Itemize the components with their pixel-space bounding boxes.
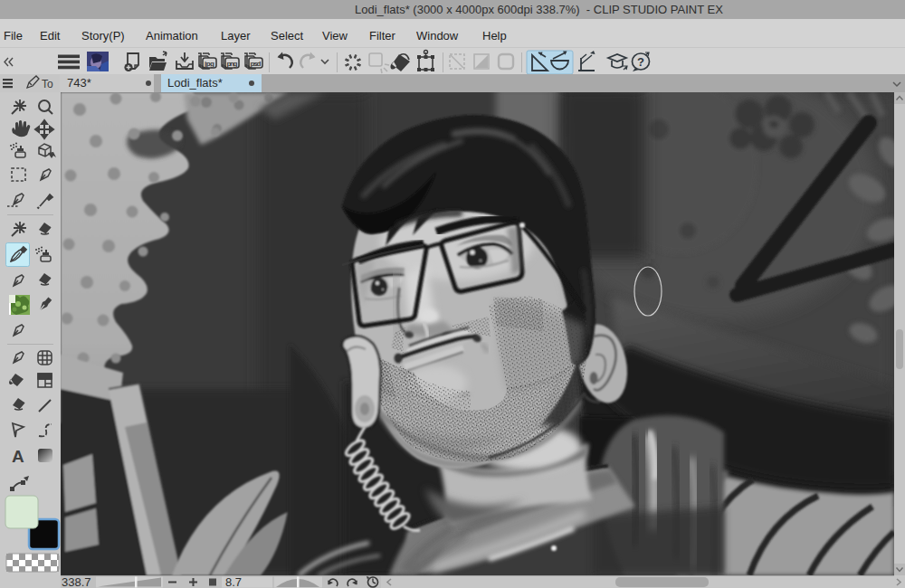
svg-text:To: To bbox=[42, 78, 53, 90]
svg-text:jpg: jpg bbox=[204, 60, 214, 68]
svg-text:338.7: 338.7 bbox=[62, 575, 91, 588]
svg-text:8.7: 8.7 bbox=[225, 575, 242, 588]
svg-text:A: A bbox=[12, 447, 24, 466]
svg-text:png: png bbox=[227, 60, 238, 68]
svg-text:?: ? bbox=[637, 55, 644, 69]
svg-text:psd: psd bbox=[251, 60, 262, 68]
